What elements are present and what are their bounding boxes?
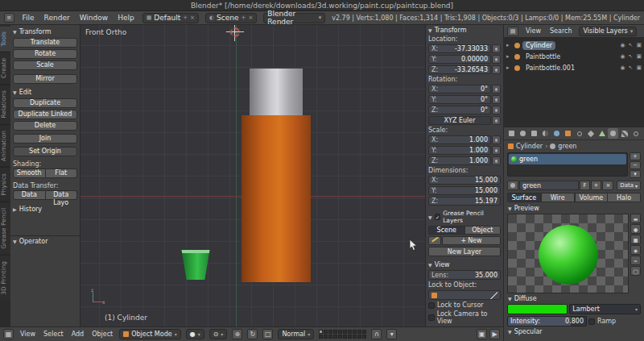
add-slot-button[interactable]: + bbox=[630, 152, 641, 160]
wire-tab[interactable]: Wire bbox=[541, 193, 575, 202]
outliner-item-paintbottle-001[interactable]: ▸ Paintbottle.001 ◉↖▣ bbox=[505, 62, 643, 73]
tab-animation[interactable]: Animation bbox=[0, 124, 10, 167]
screen-layout-selector[interactable]: ▦ Default + × bbox=[142, 13, 199, 23]
edit-panel-header[interactable]: ▼Edit bbox=[13, 87, 77, 98]
bottle-cap-object[interactable] bbox=[250, 69, 303, 115]
render-tab-icon[interactable] bbox=[518, 128, 528, 139]
rotation-mode-dropdown[interactable]: XYZ Euler bbox=[428, 116, 491, 125]
gp-object-tab[interactable]: Object bbox=[465, 226, 502, 235]
lock-to-cursor-row[interactable]: Lock to Cursor bbox=[428, 301, 501, 309]
expand-icon[interactable]: ▸ bbox=[506, 42, 512, 48]
grease-pencil-checkbox[interactable]: ✓ bbox=[435, 214, 441, 220]
close-layout-icon[interactable]: × bbox=[190, 15, 195, 21]
lock-camera-row[interactable]: Lock Camera to View bbox=[428, 310, 501, 325]
tab-relations[interactable]: Relations bbox=[0, 84, 10, 123]
scene-tab-icon[interactable] bbox=[540, 128, 551, 139]
lock-icon[interactable] bbox=[492, 116, 501, 125]
preview-sphere-icon[interactable]: ● bbox=[630, 224, 641, 234]
viewport-editor-icon[interactable]: ▦ bbox=[3, 329, 14, 339]
render-layers-tab-icon[interactable] bbox=[529, 128, 539, 139]
preview-monkey-icon[interactable]: ◆ bbox=[630, 245, 641, 255]
lock-to-object-field[interactable] bbox=[428, 290, 501, 300]
outliner-item-cylinder[interactable]: ▸ Cylinder ◉↖▣ bbox=[505, 40, 643, 51]
add-layout-icon[interactable]: + bbox=[183, 15, 188, 21]
info-editor-icon[interactable]: ≡ bbox=[4, 13, 14, 23]
scene-selector[interactable]: ◐ Scene + × bbox=[205, 13, 257, 23]
lock-to-cursor-checkbox[interactable] bbox=[428, 302, 435, 309]
specular-section-header[interactable]: ▼Specular bbox=[504, 326, 644, 337]
lock-icon[interactable] bbox=[492, 65, 501, 74]
transform-panel-header[interactable]: ▼Transform bbox=[13, 27, 77, 37]
mode-dropdown[interactable]: Object Mode▾ bbox=[119, 329, 180, 339]
physics-tab-icon[interactable] bbox=[630, 128, 641, 139]
slot-specials-button[interactable]: ▾ bbox=[630, 170, 641, 178]
lock-icon[interactable] bbox=[492, 156, 501, 165]
new-material-button[interactable]: + bbox=[591, 181, 602, 190]
location-y-field[interactable]: Y:0.00000 bbox=[428, 55, 491, 64]
surface-tab[interactable]: Surface bbox=[507, 193, 541, 202]
outliner-filter-dropdown[interactable]: Visible Layers▾ bbox=[579, 27, 637, 36]
diffuse-section-header[interactable]: ▼Diffuse bbox=[504, 293, 644, 304]
preview-section-header[interactable]: ▼Preview bbox=[504, 203, 644, 214]
add-scene-icon[interactable]: + bbox=[242, 15, 246, 21]
scale-button[interactable]: Scale bbox=[13, 60, 77, 70]
data-layout-button[interactable]: Data Layo bbox=[46, 190, 78, 200]
paint-cup-object[interactable] bbox=[180, 250, 211, 280]
eyedropper-icon[interactable] bbox=[490, 292, 497, 299]
world-tab-icon[interactable] bbox=[551, 128, 562, 139]
dimensions-y-field[interactable]: Y:15.000 bbox=[428, 186, 501, 195]
location-z-field[interactable]: Z:-33.26543 bbox=[428, 65, 491, 74]
dimensions-x-field[interactable]: X:15.000 bbox=[428, 176, 501, 185]
snap-element-icon[interactable]: ▾ bbox=[386, 329, 397, 339]
ramp-checkbox[interactable] bbox=[588, 318, 595, 325]
lock-icon[interactable] bbox=[492, 55, 501, 64]
data-button[interactable]: Data bbox=[13, 190, 46, 200]
outliner-item-paintbottle[interactable]: ▸ Paintbottle ◉↖▣ bbox=[505, 51, 643, 62]
gp-scene-tab[interactable]: Scene bbox=[428, 226, 465, 235]
paint-bottle-object[interactable] bbox=[242, 115, 311, 282]
render-menu[interactable]: Render bbox=[43, 14, 72, 22]
close-scene-icon[interactable]: × bbox=[248, 15, 253, 21]
restrict-select-icon[interactable]: ↖ bbox=[629, 42, 634, 48]
material-slot-green[interactable]: green bbox=[509, 154, 626, 164]
restrict-view-icon[interactable]: ◉ bbox=[620, 53, 625, 60]
volume-tab[interactable]: Volume bbox=[575, 193, 609, 202]
layers-widget[interactable] bbox=[319, 330, 366, 339]
preview-world-icon[interactable]: ◯ bbox=[630, 266, 641, 276]
tab-grease-pencil[interactable]: Grease Pencil bbox=[0, 202, 10, 255]
delete-button[interactable]: Delete bbox=[13, 121, 77, 131]
lock-icon[interactable] bbox=[492, 135, 501, 144]
constraints-tab-icon[interactable] bbox=[574, 128, 584, 139]
texture-tab-icon[interactable] bbox=[619, 128, 630, 139]
material-name-field[interactable]: green bbox=[519, 181, 579, 190]
history-panel-header[interactable]: ▶History bbox=[13, 204, 77, 214]
fake-user-button[interactable]: F bbox=[580, 181, 589, 190]
object-tab-icon[interactable] bbox=[563, 128, 573, 139]
tab-3d-printing[interactable]: 3D Printing bbox=[0, 255, 10, 301]
rotation-z-field[interactable]: Z:0° bbox=[428, 106, 491, 114]
outliner-search-menu[interactable]: Search bbox=[548, 27, 573, 35]
manipulator-scale-icon[interactable]: □ bbox=[262, 329, 273, 339]
select-menu[interactable]: Select bbox=[42, 331, 65, 338]
material-tab-icon[interactable] bbox=[608, 128, 618, 139]
scale-x-field[interactable]: X:1.000 bbox=[428, 135, 491, 144]
grease-pencil-section-header[interactable]: ▼✓Grease Pencil Layers bbox=[428, 210, 501, 224]
tab-tools[interactable]: Tools bbox=[0, 25, 10, 52]
set-origin-button[interactable]: Set Origin bbox=[13, 147, 77, 156]
orientation-dropdown[interactable]: Normal▾ bbox=[278, 329, 314, 339]
lock-icon[interactable] bbox=[492, 95, 501, 104]
lens-field[interactable]: Lens:35.000 bbox=[428, 270, 501, 280]
dimensions-z-field[interactable]: Z:15.197 bbox=[428, 197, 501, 206]
layout-browse-icon[interactable]: ▦ bbox=[147, 15, 152, 21]
tab-create[interactable]: Create bbox=[0, 52, 10, 84]
transform-section-header[interactable]: ▼Transform bbox=[428, 27, 501, 34]
opengl-render-anim-icon[interactable]: ▶ bbox=[489, 329, 500, 339]
rotation-y-field[interactable]: Y:0° bbox=[428, 95, 491, 104]
modifiers-tab-icon[interactable] bbox=[585, 128, 596, 139]
restrict-select-icon[interactable]: ↖ bbox=[629, 64, 634, 71]
manipulator-rotate-icon[interactable]: ↻ bbox=[247, 329, 258, 339]
smooth-button[interactable]: Smooth bbox=[13, 168, 46, 178]
scale-y-field[interactable]: Y:1.000 bbox=[428, 146, 491, 155]
lock-icon[interactable] bbox=[492, 85, 501, 94]
viewport-shading-dropdown[interactable]: ●▾ bbox=[186, 329, 204, 339]
